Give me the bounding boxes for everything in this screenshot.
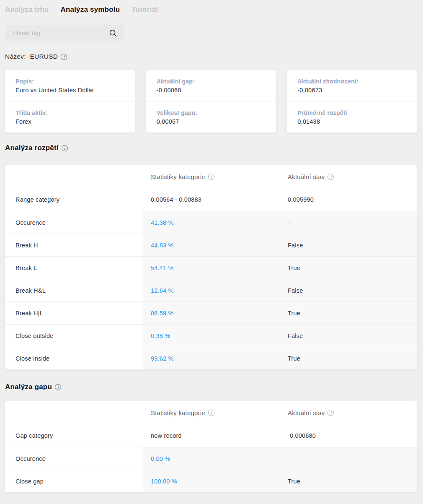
stat-value: 54.41 % [143, 257, 280, 279]
row-label: Break H [5, 234, 143, 256]
card-popis: Popis: Euro vs United States Dollar Tříd… [5, 70, 135, 132]
table-row: Break L 54.41 % True [5, 256, 417, 279]
info-cards: Popis: Euro vs United States Dollar Tříd… [5, 70, 417, 132]
tab-tutorial[interactable]: Tutoriál [132, 5, 158, 14]
row-label: Range category [5, 188, 143, 211]
table-row: Break H|L 86.59 % True [5, 301, 417, 324]
symbol-name-row: Název: EURUSD i [5, 53, 417, 60]
gap-table: Statistiky kategorie i Aktuální stav i G… [5, 401, 417, 492]
stat-value: 0.00564 - 0.00883 [143, 188, 280, 211]
row-label: Occurence [5, 211, 143, 234]
stat-value: 99.62 % [143, 347, 280, 369]
current-value: True [280, 257, 417, 279]
tab-analyza-trhu[interactable]: Analýza trhu [5, 5, 49, 14]
card-section: Průměrné rozpětí 0,01438 [287, 101, 417, 132]
current-value: True [280, 470, 417, 492]
table-row: Break H&L 12.64 % False [5, 279, 417, 301]
symbol-name-value: EURUSD [30, 53, 58, 60]
section-title-text: Analýza gapu [5, 383, 52, 391]
card-value: -0,00068 [157, 87, 269, 94]
current-value: 0.005990 [280, 188, 417, 211]
row-label: Close gap [5, 470, 143, 492]
stat-value: new record [143, 424, 280, 447]
symbol-info-icon[interactable]: i [61, 54, 67, 60]
card-value: -0,00673 [297, 87, 410, 94]
card-section: Aktuální gap: -0,00068 [146, 70, 276, 101]
card-value: 0,00057 [157, 118, 269, 125]
card-zhodnoceni: Aktuální zhodnocení: -0,00673 Průměrné r… [287, 70, 417, 132]
table-row: Range category 0.00564 - 0.00883 0.00599… [5, 188, 417, 211]
row-label: Break L [5, 257, 143, 279]
column-header-aktualni-stav: Aktuální stav i [280, 165, 417, 188]
column-info-icon[interactable]: i [328, 410, 334, 416]
table-row: Break H 44.83 % False [5, 234, 417, 256]
column-header-statistiky: Statistiky kategorie i [143, 165, 280, 188]
table-row: Gap category new record -0.000680 [5, 424, 417, 447]
current-value: False [280, 325, 417, 347]
card-section: Velikost gapu: 0,00057 [146, 101, 276, 132]
page: Analýza trhu Analýza symbolu Tutoriál Ná… [0, 0, 423, 498]
current-value: False [280, 234, 417, 256]
rozpeti-table: Statistiky kategorie i Aktuální stav i R… [5, 165, 417, 369]
card-section: Popis: Euro vs United States Dollar [5, 70, 135, 101]
column-header-label: Aktuální stav [288, 173, 325, 180]
tab-bar: Analýza trhu Analýza symbolu Tutoriál [5, 5, 417, 14]
column-info-icon[interactable]: i [328, 174, 334, 180]
row-label: Close inside [5, 347, 143, 369]
search-input[interactable] [13, 30, 108, 36]
card-label: Velikost gapu: [157, 109, 269, 116]
card-value: Forex [15, 118, 128, 125]
column-header-statistiky: Statistiky kategorie i [143, 401, 280, 424]
stat-value: 12.64 % [143, 279, 280, 301]
symbol-name-label: Název: [5, 53, 26, 60]
card-label: Popis: [15, 78, 128, 85]
table-row: Close inside 99.62 % True [5, 347, 417, 369]
row-label: Break H|L [5, 302, 143, 324]
card-gap: Aktuální gap: -0,00068 Velikost gapu: 0,… [146, 70, 276, 132]
card-label: Průměrné rozpětí [297, 109, 410, 116]
stat-value: 0.00 % [143, 447, 280, 470]
card-label: Aktuální zhodnocení: [297, 78, 410, 85]
column-header-label: Statistiky kategorie [151, 173, 205, 180]
card-section: Aktuální zhodnocení: -0,00673 [287, 70, 417, 101]
tab-analyza-symbolu[interactable]: Analýza symbolu [60, 5, 120, 14]
column-info-icon[interactable]: i [208, 174, 214, 180]
row-label: Occurence [5, 447, 143, 470]
section-title-rozpeti: Analýza rozpětí i [5, 144, 417, 152]
current-value: True [280, 302, 417, 324]
current-value: -- [280, 211, 417, 234]
search-icon[interactable] [108, 29, 118, 38]
current-value: False [280, 279, 417, 301]
stat-value: 0.38 % [143, 325, 280, 347]
card-value: 0,01438 [297, 118, 410, 125]
current-value: True [280, 347, 417, 369]
stat-value: 44.83 % [143, 234, 280, 256]
card-label: Aktuální gap: [157, 78, 269, 85]
current-value: -0.000680 [280, 424, 417, 447]
section-title-text: Analýza rozpětí [5, 144, 59, 152]
current-value: -- [280, 447, 417, 470]
table-row: Occurence 0.00 % -- [5, 447, 417, 470]
search-box[interactable] [5, 25, 124, 41]
stat-value: 86.59 % [143, 302, 280, 324]
stat-value: 100.00 % [143, 470, 280, 492]
section-info-icon[interactable]: i [55, 384, 61, 390]
row-label: Break H&L [5, 279, 143, 301]
table-row: Close gap 100.00 % True [5, 470, 417, 492]
table-row: Close outside 0.38 % False [5, 324, 417, 347]
column-header-label: Aktuální stav [288, 409, 325, 416]
card-label: Třída aktiv: [15, 109, 128, 116]
card-value: Euro vs United States Dollar [15, 87, 128, 94]
header-spacer [5, 165, 143, 188]
section-info-icon[interactable]: i [62, 145, 68, 151]
column-header-label: Statistiky kategorie [151, 409, 205, 416]
card-section: Třída aktiv: Forex [5, 101, 135, 132]
row-label: Gap category [5, 424, 143, 447]
table-row: Occurence 41.38 % -- [5, 211, 417, 234]
table-header-row: Statistiky kategorie i Aktuální stav i [5, 401, 417, 424]
section-title-gapu: Analýza gapu i [5, 383, 417, 391]
header-spacer [5, 401, 143, 424]
column-header-aktualni-stav: Aktuální stav i [280, 401, 417, 424]
row-label: Close outside [5, 325, 143, 347]
column-info-icon[interactable]: i [208, 410, 214, 416]
